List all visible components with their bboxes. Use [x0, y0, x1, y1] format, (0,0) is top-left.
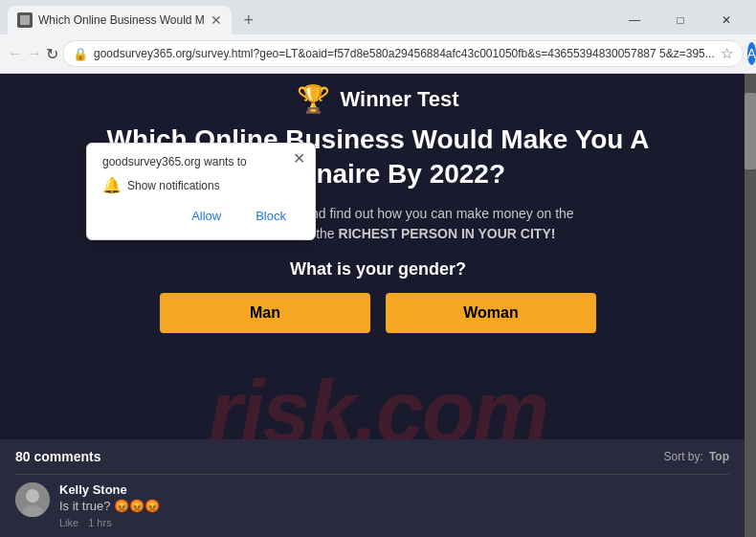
reload-button[interactable]: ↻ [46, 40, 58, 67]
man-button[interactable]: Man [160, 293, 370, 333]
show-notifications-label: Show notifications [127, 179, 220, 192]
notification-buttons: Allow Block [102, 204, 300, 228]
page-content: ✕ goodsurvey365.org wants to 🔔 Show noti… [0, 74, 756, 537]
comment-body: Kelly Stone Is it true? 😡😡😡 Like 1 hrs [59, 482, 729, 528]
notification-close-btn[interactable]: ✕ [293, 149, 305, 168]
window-controls: — □ ✕ [612, 3, 748, 37]
like-button[interactable]: Like [59, 517, 78, 528]
comments-header: 80 comments Sort by: Top [15, 449, 729, 464]
lock-icon: 🔒 [73, 47, 88, 61]
commenter-name: Kelly Stone [59, 482, 729, 497]
comments-section: 80 comments Sort by: Top Kelly Stone Is … [0, 439, 745, 537]
back-button[interactable]: ← [8, 40, 23, 67]
address-bar[interactable]: 🔒 goodsurvey365.org/survey.html?geo=LT&o… [62, 40, 744, 67]
comment-time: 1 hrs [88, 517, 111, 528]
gender-buttons: Man Woman [57, 293, 699, 333]
svg-rect-0 [20, 15, 30, 25]
comment-item: Kelly Stone Is it true? 😡😡😡 Like 1 hrs [15, 474, 729, 528]
svg-point-2 [26, 489, 39, 503]
comment-meta: Like 1 hrs [59, 517, 729, 528]
allow-button[interactable]: Allow [178, 204, 234, 228]
bell-icon: 🔔 [102, 176, 122, 194]
tab-bar: Which Online Business Would M ✕ + — □ ✕ [0, 0, 756, 34]
comment-text: Is it true? 😡😡😡 [59, 499, 729, 513]
trophy-icon: 🏆 [297, 83, 330, 115]
url-text: goodsurvey365.org/survey.html?geo=LT&oai… [94, 47, 715, 60]
forward-button[interactable]: → [27, 40, 42, 67]
new-tab-button[interactable]: + [235, 7, 262, 34]
bookmark-icon[interactable]: ☆ [721, 45, 733, 62]
woman-button[interactable]: Woman [386, 293, 596, 333]
comment-avatar [15, 482, 50, 517]
tab-close-btn[interactable]: ✕ [211, 12, 222, 28]
minimize-button[interactable]: — [612, 3, 656, 37]
tab-title: Which Online Business Would M [38, 13, 205, 27]
winner-title: Winner Test [340, 87, 458, 112]
comments-count: 80 comments [15, 449, 100, 464]
sort-label: Sort by: [664, 450, 703, 463]
notification-row: 🔔 Show notifications [102, 176, 300, 194]
block-button[interactable]: Block [242, 204, 300, 228]
profile-button[interactable]: A [747, 42, 756, 65]
browser-chrome: Which Online Business Would M ✕ + — □ ✕ … [0, 0, 756, 74]
close-button[interactable]: ✕ [704, 3, 748, 37]
gender-question: What is your gender? [57, 259, 699, 280]
notification-popup: ✕ goodsurvey365.org wants to 🔔 Show noti… [86, 143, 316, 240]
maximize-button[interactable]: □ [658, 3, 702, 37]
sort-value[interactable]: Top [709, 450, 729, 463]
notification-header: goodsurvey365.org wants to [102, 155, 300, 168]
sort-by: Sort by: Top [664, 450, 729, 463]
tab-favicon [17, 12, 33, 28]
winner-header: 🏆 Winner Test [57, 83, 699, 115]
nav-bar: ← → ↻ 🔒 goodsurvey365.org/survey.html?ge… [0, 34, 756, 73]
active-tab[interactable]: Which Online Business Would M ✕ [8, 6, 232, 34]
